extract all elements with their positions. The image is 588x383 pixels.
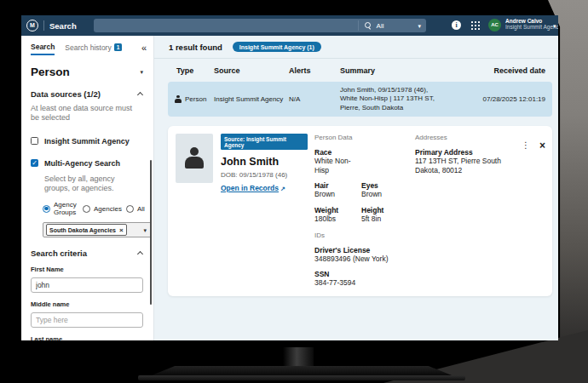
primary-address-value: 117 13TH ST, Pierre South Dakota, 80012 [415, 157, 516, 174]
row-source: Insight Summit Agency [214, 95, 289, 103]
result-count: 1 result found [169, 43, 222, 52]
chip-remove-icon[interactable]: × [119, 226, 124, 234]
height-value: 5ft 8in [361, 214, 408, 224]
agency-group-select[interactable]: South Dakota Agencies × ▾ [43, 222, 152, 237]
checkbox-insight-summit-agency[interactable]: Insight Summit Agency [31, 137, 147, 146]
agency-group-chip[interactable]: South Dakota Agencies × [46, 224, 127, 236]
radio-agency-groups[interactable] [43, 205, 50, 213]
search-scope-select[interactable]: All [377, 22, 384, 30]
external-link-icon: ↗ [280, 186, 285, 192]
divider [43, 20, 44, 31]
search-sidebar: Search Search history1 « Person ▾ Data s… [21, 36, 154, 340]
chevron-up-icon [137, 92, 143, 98]
app-window: M Search All ▾ i AC Andrew Calvo Insight… [21, 15, 558, 340]
info-icon[interactable]: i [452, 20, 461, 30]
person-dob: DOB: 09/15/1978 (46) [221, 171, 308, 179]
entity-type-select[interactable]: Person ▾ [31, 66, 147, 78]
col-summary[interactable]: Summary [340, 66, 452, 75]
user-agency: Insight Summit Agency [505, 24, 550, 30]
checkbox-multi-agency-search[interactable]: ✓ Multi-Agency Search [31, 159, 147, 168]
data-sources-header[interactable]: Data sources (1/2) [31, 89, 147, 99]
table-row[interactable]: Person Insight Summit Agency N/A John Sm… [168, 82, 552, 117]
chevron-down-icon[interactable]: ▾ [143, 227, 147, 233]
person-photo-placeholder [176, 134, 213, 183]
addresses-section: Addresses Primary Address 117 13TH ST, P… [415, 134, 518, 288]
history-count-badge: 1 [114, 43, 123, 51]
col-source[interactable]: Source [214, 66, 289, 75]
results-panel: 1 result found Insight Summit Agency (1)… [154, 36, 558, 340]
sidebar-scrollbar[interactable] [150, 160, 152, 305]
row-alerts: N/A [289, 95, 340, 103]
search-icon[interactable] [365, 22, 372, 29]
row-received-date: 07/28/2025 12:01:19 [452, 95, 552, 103]
person-icon [175, 95, 182, 104]
person-detail-card: Source: Insight Summit Agency John Smith… [168, 126, 552, 296]
weight-value: 180lbs [314, 214, 361, 224]
multi-agency-helper: Select by all, agency groups, or agencie… [44, 174, 138, 194]
app-grid-icon[interactable] [471, 21, 480, 30]
divider [358, 20, 359, 31]
row-summary: John Smith, 09/15/1978 (46), White Non-H… [340, 82, 452, 117]
chevron-down-icon[interactable]: ▾ [553, 23, 556, 29]
checkbox-icon[interactable] [31, 137, 38, 145]
user-menu[interactable]: Andrew Calvo Insight Summit Agency [505, 18, 550, 30]
col-alerts[interactable]: Alerts [289, 66, 340, 75]
first-name-label: First Name [31, 266, 147, 273]
chevron-up-icon [137, 251, 143, 257]
checkbox-checked-icon[interactable]: ✓ [31, 159, 38, 167]
results-table-header: Type Source Alerts Summary Received date [168, 66, 552, 75]
radio-all[interactable] [126, 205, 134, 213]
source-filter-badge[interactable]: Insight Summit Agency (1) [233, 42, 321, 52]
ssn-value: 384-77-3594 [314, 278, 408, 288]
monitor-stand-base-rim [138, 375, 465, 380]
user-avatar[interactable]: AC [488, 19, 501, 31]
tab-search-history[interactable]: Search history1 [65, 43, 122, 54]
detail-source-badge: Source: Insight Summit Agency [221, 134, 308, 150]
radio-agencies[interactable] [83, 205, 90, 213]
search-criteria-header[interactable]: Search criteria [31, 249, 147, 258]
last-name-label: Last name [31, 335, 147, 340]
middle-name-field[interactable] [31, 312, 143, 328]
hair-value: Brown [314, 190, 361, 199]
tab-search[interactable]: Search [31, 43, 55, 55]
collapse-sidebar-icon[interactable]: « [141, 43, 147, 55]
user-name: Andrew Calvo [505, 18, 550, 24]
ids-title: IDs [314, 232, 408, 239]
top-app-bar: M Search All ▾ i AC Andrew Calvo Insight… [21, 15, 558, 36]
drivers-license-value: 348893496 (New York) [314, 254, 408, 264]
chevron-down-icon: ▾ [140, 69, 143, 75]
close-icon[interactable]: × [539, 141, 545, 151]
addresses-title: Addresses [415, 134, 518, 141]
col-type[interactable]: Type [168, 66, 214, 75]
open-in-records-link[interactable]: Open in Records↗ [221, 184, 285, 192]
motorola-logo-icon: M [26, 20, 38, 31]
entity-type-label: Person [31, 66, 70, 78]
col-received-date[interactable]: Received date [452, 66, 552, 75]
chevron-down-icon[interactable]: ▾ [418, 23, 421, 29]
person-data-section: Person Data Race White Non-Hisp Hair Bro… [314, 134, 408, 288]
person-name: John Smith [221, 156, 308, 168]
middle-name-label: Middle name [31, 300, 147, 308]
first-name-field[interactable] [31, 277, 143, 293]
monitor-photo: M Search All ▾ i AC Andrew Calvo Insight… [0, 0, 588, 383]
data-sources-helper: At least one data source must be selecte… [31, 104, 140, 123]
race-value: White Non-Hisp [314, 157, 364, 174]
more-options-icon[interactable]: ⋮ [522, 141, 530, 150]
global-search-input[interactable]: All ▾ [94, 19, 426, 32]
eyes-value: Brown [361, 190, 408, 199]
person-data-title: Person Data [314, 134, 408, 141]
divider [154, 58, 558, 59]
app-title: Search [49, 21, 77, 31]
